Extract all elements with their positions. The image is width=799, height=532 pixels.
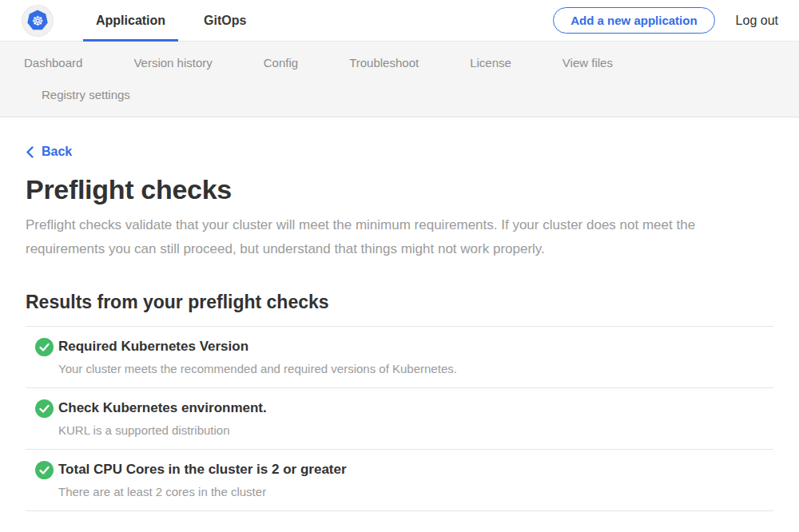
- tab-gitops-label: GitOps: [204, 14, 246, 28]
- subnav-item-registry-settings[interactable]: Registry settings: [42, 88, 130, 101]
- subnav-item-license[interactable]: License: [470, 56, 511, 69]
- subnav-item-dashboard[interactable]: Dashboard: [24, 56, 82, 69]
- tab-application-label: Application: [96, 14, 165, 28]
- check-message: KURL is a supported distribution: [58, 423, 267, 437]
- check-title: Required Kubernetes Version: [58, 339, 457, 355]
- navbar-spacer: [259, 0, 553, 41]
- page-description: Preflight checks validate that your clus…: [26, 213, 769, 261]
- preflight-results-list: Required Kubernetes Version Your cluster…: [26, 326, 773, 511]
- logout-link[interactable]: Log out: [736, 14, 780, 28]
- chevron-left-icon: [26, 146, 34, 158]
- subnav-item-config[interactable]: Config: [264, 56, 298, 69]
- svg-text:☸: ☸: [31, 12, 43, 28]
- results-heading: Results from your preflight checks: [26, 292, 773, 313]
- app-subnav: Dashboard Version history Config Trouble…: [0, 42, 799, 117]
- tab-gitops[interactable]: GitOps: [191, 0, 259, 41]
- check-body: Check Kubernetes environment. KURL is a …: [58, 400, 267, 437]
- subnav-row-1: Dashboard Version history Config Trouble…: [24, 46, 799, 78]
- check-circle-icon: [35, 399, 54, 418]
- subnav-row-2: Registry settings: [24, 78, 799, 110]
- page-title: Preflight checks: [26, 174, 773, 205]
- check-message: There are at least 2 cores in the cluste…: [58, 485, 347, 498]
- preflight-check-row: Required Kubernetes Version Your cluster…: [26, 327, 773, 388]
- check-body: Total CPU Cores in the cluster is 2 or g…: [58, 462, 347, 498]
- subnav-item-view-files[interactable]: View files: [562, 56, 613, 69]
- subnav-item-troubleshoot[interactable]: Troubleshoot: [349, 56, 419, 69]
- check-message: Your cluster meets the recommended and r…: [58, 362, 457, 375]
- check-title: Total CPU Cores in the cluster is 2 or g…: [58, 462, 347, 478]
- check-title: Check Kubernetes environment.: [58, 400, 267, 416]
- top-navbar: ☸ Application GitOps Add a new applicati…: [0, 0, 799, 42]
- preflight-check-row: Check Kubernetes environment. KURL is a …: [26, 388, 773, 450]
- check-circle-icon: [35, 461, 54, 479]
- check-circle-icon: [35, 338, 54, 356]
- tab-application[interactable]: Application: [83, 0, 178, 41]
- add-new-application-button[interactable]: Add a new application: [553, 7, 714, 34]
- back-link-label: Back: [42, 145, 72, 159]
- kubernetes-logo-icon: ☸: [22, 6, 53, 36]
- back-link[interactable]: Back: [26, 145, 72, 159]
- main-content: Back Preflight checks Preflight checks v…: [0, 117, 799, 532]
- preflight-check-row: Total CPU Cores in the cluster is 2 or g…: [26, 450, 773, 511]
- subnav-item-version-history[interactable]: Version history: [133, 56, 212, 69]
- check-body: Required Kubernetes Version Your cluster…: [58, 339, 457, 375]
